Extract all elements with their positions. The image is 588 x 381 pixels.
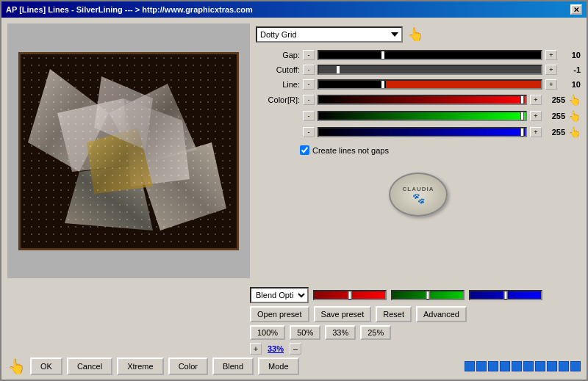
watermark-icon: 🐾 [412,192,425,204]
blend-green-slider[interactable] [391,290,465,300]
preset-row: Dotty GridOption 2Option 3 👆 [256,26,581,43]
line-value: 10 [560,80,581,89]
pixel-3 [488,361,498,371]
watermark-text1: CLAUDIA [403,186,434,192]
cutoff-minus-btn[interactable]: - [303,65,315,75]
pixel-2 [476,361,487,371]
pixel-progress [465,361,581,371]
watermark-area: CLAUDIA 🐾 [256,165,581,224]
blend-select[interactable]: Blend Opti [250,287,309,303]
action-row: 👆 OK Cancel Xtreme Color Blend Mode [7,358,581,380]
cutoff-track[interactable] [318,65,542,75]
pixel-7 [535,361,545,371]
colorR-track[interactable] [318,95,527,105]
pixel-6 [523,361,534,371]
colorR-value: 255 [545,95,565,104]
open-preset-button[interactable]: Open preset [250,306,309,322]
colorR-label: Color[R]: [256,95,300,104]
colorG-track[interactable] [318,111,527,121]
colorG-slider-row: - + 255 👆 [256,110,581,122]
gap-slider-row: Gap: - + 10 [256,50,581,60]
gap-track[interactable] [318,50,542,60]
pixel-5 [512,361,522,371]
pixel-9 [559,361,569,371]
p25-button[interactable]: 25% [360,325,391,340]
zoom-row: + 33% – [7,343,581,355]
checkbox-label: Create lines not gaps [312,146,389,155]
p50-button[interactable]: 50% [290,325,320,340]
preset-select[interactable]: Dotty GridOption 2Option 3 [256,26,403,43]
percent-row: 100% 50% 33% 25% [7,325,581,340]
ok-button[interactable]: OK [30,358,62,375]
action-hand-icon: 👆 [7,358,26,375]
xtreme-button[interactable]: Xtreme [117,358,163,375]
colorR-plus-btn[interactable]: + [530,95,542,105]
pixel-8 [547,361,557,371]
cutoff-value: -1 [560,65,581,74]
line-slider-row: Line: - + 10 [256,79,581,90]
advanced-button[interactable]: Advanced [416,306,467,322]
colorR-hand-icon: 👆 [568,94,581,106]
gap-label: Gap: [256,51,300,59]
colorR-slider-row: Color[R]: - + 255 👆 [256,94,581,106]
gap-minus-btn[interactable]: - [303,50,315,60]
gap-plus-btn[interactable]: + [545,50,557,60]
p100-button[interactable]: 100% [250,325,285,340]
colorG-plus-btn[interactable]: + [530,111,542,121]
blend-red-slider[interactable] [313,290,387,300]
bottom-section: Blend Opti Open preset Save preset Reset… [1,284,587,380]
blend-blue-slider[interactable] [469,290,542,300]
pixel-1 [465,361,475,371]
colorG-value: 255 [545,112,565,120]
colorB-track[interactable] [318,127,527,137]
colorB-minus-btn[interactable]: - [303,127,315,137]
blend-row: Blend Opti [7,287,581,303]
window-title: AP [Lines] Lines - SilverLining --- > ht… [6,5,253,14]
colorG-minus-btn[interactable]: - [303,111,315,121]
left-panel [7,23,250,278]
colorG-hand-icon: 👆 [568,110,581,122]
preset-btn-row: Open preset Save preset Reset Advanced [7,306,581,322]
reset-button[interactable]: Reset [376,306,412,322]
line-track[interactable] [318,79,542,90]
gap-value: 10 [560,51,581,59]
zoom-value[interactable]: 33% [265,344,287,353]
blend-button[interactable]: Blend [212,358,254,375]
save-preset-button[interactable]: Save preset [314,306,372,322]
colorB-value: 255 [545,128,565,137]
line-minus-btn[interactable]: - [303,79,315,90]
main-content: Dotty GridOption 2Option 3 👆 Gap: - + 10… [1,18,587,284]
close-button[interactable]: ✕ [570,4,582,15]
pixel-10 [570,361,581,371]
svg-rect-10 [21,54,239,250]
right-panel: Dotty GridOption 2Option 3 👆 Gap: - + 10… [256,23,581,278]
colorR-minus-btn[interactable]: - [303,95,315,105]
main-window: AP [Lines] Lines - SilverLining --- > ht… [0,0,588,381]
watermark-badge: CLAUDIA 🐾 [389,173,448,217]
zoom-plus-button[interactable]: + [250,343,262,355]
colorB-slider-row: - + 255 👆 [256,126,581,138]
checkbox-row: Create lines not gaps [256,145,581,155]
colorB-plus-btn[interactable]: + [530,127,542,137]
zoom-minus-button[interactable]: – [290,343,301,355]
cutoff-label: Cutoff: [256,65,300,74]
title-bar: AP [Lines] Lines - SilverLining --- > ht… [1,1,587,18]
line-plus-btn[interactable]: + [545,79,557,90]
cancel-button[interactable]: Cancel [67,358,112,375]
colorB-hand-icon: 👆 [568,126,581,138]
line-label: Line: [256,80,300,89]
create-lines-checkbox[interactable] [300,145,309,155]
pixel-4 [500,361,510,371]
cutoff-slider-row: Cutoff: - + -1 [256,65,581,75]
color-button[interactable]: Color [168,358,208,375]
hand-pointer-icon: 👆 [407,26,423,43]
preview-image [18,52,239,250]
p33-button[interactable]: 33% [325,325,356,340]
mode-button[interactable]: Mode [258,358,299,375]
cutoff-plus-btn[interactable]: + [545,65,557,75]
